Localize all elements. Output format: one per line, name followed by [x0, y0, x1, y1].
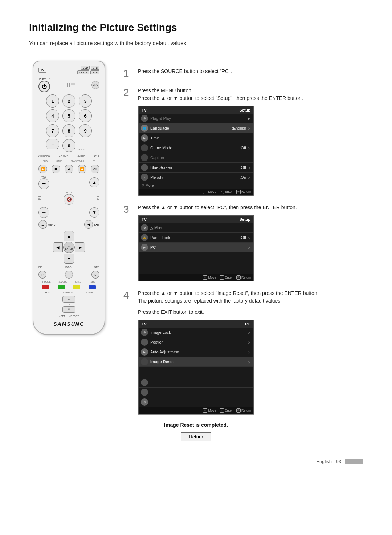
vol-down[interactable]: – [38, 207, 49, 218]
ch-label: CH [38, 303, 99, 305]
rew-button[interactable]: ⏪ [38, 165, 47, 173]
enter-button[interactable]: ↩ ENTER [63, 242, 75, 253]
ch-extra-up[interactable]: ▲ [62, 296, 75, 303]
autoadj-arrow: ▷ [248, 350, 250, 354]
step-2-content: Press the MENU button.Press the ▲ or ▼ b… [138, 87, 363, 196]
step-divider [123, 61, 363, 61]
tv-header-3: TV PC [139, 320, 253, 328]
more-label: ▽ More [139, 182, 253, 189]
ch-down[interactable]: ▼ [89, 207, 99, 218]
pip-button[interactable]: P [38, 271, 46, 279]
playpause-label: PLAY/PAUSE [71, 160, 84, 162]
blue-btn[interactable] [89, 285, 96, 289]
info-button[interactable]: i [65, 271, 73, 279]
cable-btn[interactable]: CABLE [77, 70, 89, 74]
num-6[interactable]: 6 [79, 109, 92, 122]
ch-extra-down[interactable]: ▼ [62, 306, 75, 313]
playpause-button[interactable]: ⏯ [65, 165, 73, 173]
mute-row: MUTE 🔇 [38, 191, 99, 205]
ch-button[interactable]: CH [91, 165, 99, 173]
icon-row-3 [139, 378, 253, 388]
menu-button[interactable]: ☰ MENU [38, 220, 56, 229]
footer-return-2: ⊞ Return [236, 275, 251, 280]
num-8[interactable]: 8 [62, 124, 75, 137]
num-7[interactable]: 7 [46, 124, 59, 137]
rew-label: REW [43, 160, 48, 162]
tv-header-2: TV Setup [139, 216, 253, 223]
enter-text: ENTER [65, 248, 73, 250]
melody-arrow: ▷ [248, 175, 250, 179]
num-0[interactable]: 0 [62, 139, 75, 152]
return-icon-2: ⊞ [236, 275, 241, 280]
vcr-btn[interactable]: VCR [90, 70, 99, 74]
source-button[interactable]: SRC [91, 81, 99, 89]
postion-icon [141, 339, 148, 346]
source-buttons: DVD STB CABLE VCR [77, 66, 99, 74]
menu-row-plug-play: ⚙ Plug & Play ▶ [139, 114, 253, 123]
bluescreen-text: Blue Screen [150, 165, 240, 170]
step-4-text: Press the ▲ or ▼ button to select "Image… [138, 289, 363, 305]
dpad-right[interactable]: ▶ [75, 242, 85, 252]
num-2[interactable]: 2 [62, 94, 75, 108]
step-4-number: 4 [123, 290, 132, 449]
stop-button[interactable]: ⏹ [52, 165, 60, 173]
move-label-2: Move [208, 276, 216, 279]
globe-icon: 🌐 [141, 125, 148, 132]
steps-container: 1 Press the SOURCE button to select "PC"… [123, 61, 363, 457]
dpad-up[interactable]: ▲ [64, 231, 74, 241]
pip-label: PIP [38, 266, 42, 268]
remote-top-row: TV DVD STB CABLE VCR [38, 66, 99, 74]
num-5[interactable]: 5 [62, 109, 75, 122]
tv-menu-setup2: TV Setup ⚙ △ More 🔒 Panel Lock :Off ▷ [138, 215, 254, 281]
menu-row-caption: Caption [139, 153, 253, 163]
remote-control: TV DVD STB CABLE VCR [33, 61, 105, 335]
red-btn[interactable] [42, 285, 49, 289]
tv-label: TV [38, 68, 46, 73]
imagelock-arrow: ▷ [248, 331, 250, 335]
srs-label: SRS [94, 266, 99, 268]
green-btn[interactable] [58, 285, 65, 289]
footer-enter-3: ↵ Enter [220, 408, 233, 413]
plug-arrow: ▶ [248, 117, 250, 121]
antenna-label: ANTENNA [38, 154, 50, 157]
bluescreen-icon [141, 164, 148, 171]
footer-bar [345, 459, 363, 464]
step-1-number: 1 [123, 68, 132, 79]
num-dash[interactable]: – [46, 139, 59, 149]
step-3-number: 3 [123, 204, 132, 281]
page-title: Initializing the Picture Settings [29, 22, 363, 33]
dpad-down[interactable]: ▼ [64, 254, 74, 264]
melody-text: Melody [150, 175, 240, 179]
power-button[interactable]: ⏻ [38, 81, 50, 92]
vol-up[interactable]: + [38, 178, 49, 189]
step-3-content: Press the ▲ or ▼ button to select "PC", … [138, 204, 363, 281]
tv-menu-setup1: TV Setup ⚙ Plug & Play ▶ 🌐 Language :Eng… [138, 106, 254, 196]
num-1[interactable]: 1 [46, 94, 59, 108]
menu-row-more-up: ⚙ △ More [139, 223, 253, 233]
stb-btn[interactable]: STB [91, 66, 99, 70]
more-up-icon: ⚙ [141, 224, 148, 231]
pre-ch-label: PRE-CH [78, 139, 93, 152]
num-4[interactable]: 4 [46, 109, 59, 122]
vol-label: VOL [41, 175, 46, 178]
exit-button[interactable]: ◀ EXIT [84, 220, 99, 229]
num-3[interactable]: 3 [79, 94, 92, 108]
srs-button[interactable]: S [91, 271, 99, 279]
ff-button[interactable]: ⏩ [78, 165, 86, 173]
yellow-btn[interactable] [73, 285, 80, 289]
step-2: 2 Press the MENU button.Press the ▲ or ▼… [123, 87, 363, 196]
return-button[interactable]: Return [181, 432, 211, 441]
step-4: 4 Press the ▲ or ▼ button to select "Ima… [123, 289, 363, 449]
plug-play-text: Plug & Play [150, 116, 246, 121]
icon-row-3b [139, 388, 253, 397]
ch-up[interactable]: ▲ [89, 177, 99, 187]
mute-button[interactable]: 🔇 [64, 194, 74, 205]
footer-enter: ↵ Enter [220, 190, 233, 194]
menu-row-panellock: 🔒 Panel Lock :Off ▷ [139, 233, 253, 243]
pc-icon: ▶ [141, 244, 148, 251]
num-9[interactable]: 9 [79, 124, 92, 137]
panellock-text: Panel Lock [150, 235, 240, 240]
postion-arrow: ▷ [248, 340, 250, 344]
dvd-btn[interactable]: DVD [81, 66, 90, 70]
dpad-left[interactable]: ◀ [53, 242, 63, 252]
